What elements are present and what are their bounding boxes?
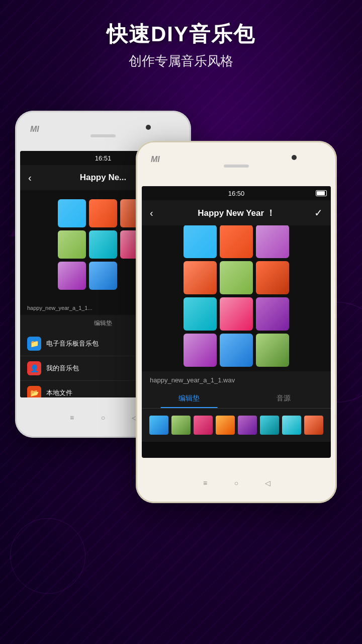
phone-front-time: 16:50 (228, 190, 245, 197)
phone-front-tab-bar: 编辑垫 音源 (142, 389, 331, 409)
pad-cell-8[interactable] (220, 297, 253, 331)
pad-cell[interactable] (58, 199, 86, 227)
tab-source[interactable]: 音源 (236, 389, 331, 408)
folder-icon: 📁 (27, 337, 41, 351)
phone-front-check-icon[interactable]: ✓ (314, 207, 323, 219)
pad-cell[interactable] (89, 199, 117, 227)
phone-front-bottom-nav: ≡ ○ ◁ (136, 463, 337, 503)
pad-cell-11[interactable] (220, 334, 253, 367)
nav-menu-btn[interactable]: ≡ (66, 412, 77, 423)
phone-back-time: 16:51 (95, 154, 112, 162)
pad-cell[interactable] (89, 262, 117, 290)
nav-home-btn-front[interactable]: ○ (231, 477, 242, 489)
phone-front-pad-area (142, 225, 331, 371)
phone-back-mi-logo: MI (30, 125, 39, 134)
tab-edit-pad[interactable]: 编辑垫 (142, 389, 236, 408)
phone-back-back-arrow[interactable]: ‹ (28, 172, 32, 184)
phone-front-back-arrow[interactable]: ‹ (150, 207, 153, 219)
phone-front-battery (316, 190, 327, 196)
pad-cell[interactable] (58, 230, 86, 259)
swatch-pink[interactable] (194, 416, 213, 435)
phone-front-battery-fill (317, 191, 325, 195)
pad-cell[interactable] (58, 262, 86, 290)
main-title: 快速DIY音乐包 (0, 20, 362, 48)
swatch-teal[interactable] (260, 416, 279, 435)
pad-cell[interactable] (89, 230, 117, 259)
menu-item-label-3: 本地文件 (46, 388, 72, 397)
pad-cell-4[interactable] (184, 261, 217, 294)
swatch-cyan[interactable] (282, 416, 301, 435)
phone-front-swatches (142, 409, 331, 442)
pad-cell-7[interactable] (184, 297, 217, 331)
phone-back-app-title: Happy Ne... (80, 173, 127, 183)
pad-cell-5[interactable] (220, 261, 253, 294)
nav-home-btn[interactable]: ○ (98, 412, 109, 423)
swatch-green[interactable] (171, 416, 191, 435)
pad-cell-12[interactable] (256, 334, 289, 367)
phone-front-pad-grid (184, 225, 289, 367)
pad-cell-1[interactable] (184, 225, 217, 258)
phone-front: MI 16:50 ‹ Happy New Year ！ ✓ (136, 141, 337, 503)
pad-cell-2[interactable] (220, 225, 253, 258)
phone-front-app-title: Happy New Year ！ (198, 207, 275, 219)
pad-cell-9[interactable] (256, 297, 289, 331)
nav-back-btn-front[interactable]: ◁ (262, 477, 273, 489)
menu-item-label-1: 电子音乐板音乐包 (46, 339, 99, 348)
phone-back-pad-grid (58, 199, 148, 290)
header-section: 快速DIY音乐包 创作专属音乐风格 (0, 20, 362, 70)
folder-orange-icon: 📂 (27, 386, 41, 397)
swatch-orange2[interactable] (304, 416, 323, 435)
phone-back-camera (146, 125, 151, 130)
sub-title: 创作专属音乐风格 (0, 52, 362, 70)
swatch-blue[interactable] (149, 416, 168, 435)
phones-container: MI 16:51 ‹ Happy Ne... (0, 111, 362, 564)
phone-front-screen: 16:50 ‹ Happy New Year ！ ✓ (142, 186, 331, 458)
nav-menu-btn-front[interactable]: ≡ (200, 477, 211, 489)
phone-front-top: MI (136, 141, 337, 181)
pad-cell-10[interactable] (184, 334, 217, 367)
phone-front-filename: happy_new_year_a_1_1.wav (142, 371, 331, 389)
pad-cell-3[interactable] (256, 225, 289, 258)
phone-front-camera (292, 155, 297, 160)
person-icon: 👤 (27, 361, 41, 375)
phone-front-speaker (224, 165, 249, 168)
phone-front-app-header: ‹ Happy New Year ！ ✓ (142, 200, 331, 225)
menu-item-label-2: 我的音乐包 (46, 364, 79, 373)
phone-front-mi-logo: MI (151, 155, 160, 164)
phone-front-status-bar: 16:50 (142, 186, 331, 200)
phone-back-speaker (90, 134, 116, 137)
swatch-orange[interactable] (216, 416, 235, 435)
swatch-purple[interactable] (238, 416, 257, 435)
pad-cell-6[interactable] (256, 261, 289, 294)
